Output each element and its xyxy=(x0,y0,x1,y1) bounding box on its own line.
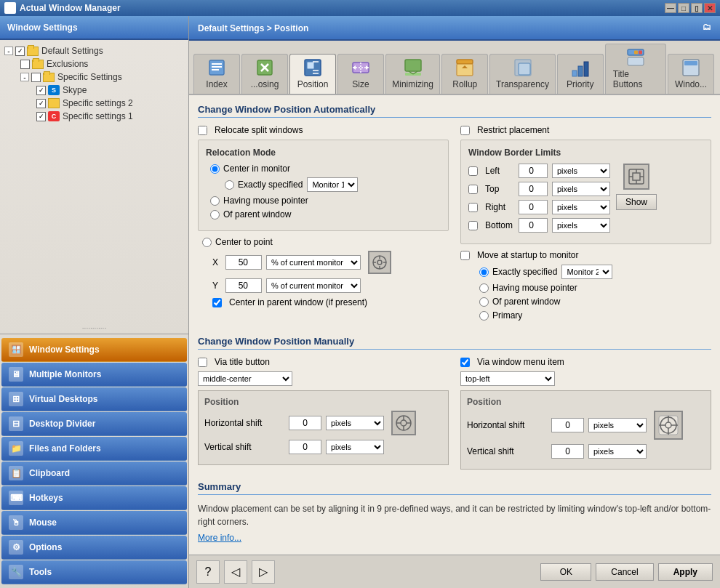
right-unit[interactable]: pixels xyxy=(552,200,610,214)
nav-window-settings[interactable]: 🪟 Window Settings xyxy=(1,338,187,362)
tree-item-skype[interactable]: ✓ S Skype xyxy=(36,84,184,97)
tab-windo[interactable]: Windo... xyxy=(668,54,714,94)
minimize-btn[interactable]: — xyxy=(665,3,676,13)
menu-h-input[interactable] xyxy=(551,418,584,432)
title-h-unit[interactable]: pixels xyxy=(326,416,384,430)
menu-v-input[interactable] xyxy=(551,444,584,459)
tree-expand-default[interactable]: - xyxy=(4,47,13,55)
menu-crosshair-large[interactable] xyxy=(654,411,683,440)
tree-item-specific1[interactable]: ✓ C Specific settings 1 xyxy=(36,110,184,123)
nav-multiple-monitors[interactable]: 🖥 Multiple Monitors xyxy=(1,363,187,387)
x-input[interactable] xyxy=(225,255,262,270)
chk-default[interactable]: ✓ xyxy=(15,47,25,56)
center-parent-checkbox[interactable] xyxy=(212,298,222,307)
nav-files-and-folders[interactable]: 📁 Files and Folders xyxy=(1,437,187,461)
radio-startup-parent[interactable]: Of parent window xyxy=(475,297,711,307)
radio-exactly-input[interactable] xyxy=(225,180,234,190)
y-unit-select[interactable]: % of current monitor xyxy=(266,278,361,293)
chk-skype[interactable]: ✓ xyxy=(36,86,46,95)
radio-exactly-specified[interactable]: Exactly specified Monitor 1 xyxy=(220,177,441,192)
tree-item-specific-settings[interactable]: - Specific Settings xyxy=(20,71,184,84)
menu-dropdown[interactable]: top-left xyxy=(460,371,555,386)
nav-hotkeys[interactable]: ⌨ Hotkeys xyxy=(1,486,187,510)
radio-startup-parent-input[interactable] xyxy=(479,297,489,307)
menu-v-unit[interactable]: pixels xyxy=(588,444,647,459)
move-startup-checkbox[interactable] xyxy=(460,251,470,260)
radio-center-point-input[interactable] xyxy=(202,238,212,247)
title-crosshair-btn[interactable] xyxy=(391,411,416,435)
radio-startup-exactly[interactable]: Exactly specified Monitor 2 xyxy=(475,265,711,279)
startup-monitor-select[interactable]: Monitor 2 xyxy=(561,265,612,279)
radio-center-monitor-input[interactable] xyxy=(210,164,220,174)
nav-mouse[interactable]: 🖱 Mouse xyxy=(1,511,187,535)
nav-virtual-desktops[interactable]: ⊞ Virtual Desktops xyxy=(1,387,187,411)
tree-expand-specific[interactable]: - xyxy=(20,73,29,81)
apply-button[interactable]: Apply xyxy=(658,563,713,581)
tab-rollup[interactable]: Rollup xyxy=(441,54,488,94)
title-v-input[interactable] xyxy=(289,440,321,454)
more-info-link[interactable]: More info... xyxy=(198,533,241,543)
via-title-checkbox[interactable] xyxy=(198,358,207,367)
y-input[interactable] xyxy=(225,278,262,293)
close-btn[interactable]: ✕ xyxy=(704,3,716,13)
radio-startup-primary[interactable]: Primary xyxy=(475,310,711,321)
radio-mouse-input[interactable] xyxy=(210,196,220,206)
show-button[interactable]: Show xyxy=(616,194,657,210)
menu-h-unit[interactable]: pixels xyxy=(588,418,647,432)
crosshair-btn[interactable] xyxy=(368,251,391,274)
restore-btn[interactable]: ▯ xyxy=(691,3,703,13)
radio-center-monitor[interactable]: Center in monitor xyxy=(206,164,441,174)
left-checkbox[interactable] xyxy=(468,166,478,176)
x-unit-select[interactable]: % of current monitor xyxy=(266,255,361,270)
tab-position[interactable]: Position xyxy=(289,54,336,94)
radio-startup-exactly-input[interactable] xyxy=(479,267,489,277)
nav-desktop-divider[interactable]: ⊟ Desktop Divider xyxy=(1,412,187,436)
tree-item-exclusions[interactable]: Exclusions xyxy=(20,57,184,71)
tree-item-specific2[interactable]: ✓ Specific settings 2 xyxy=(36,97,184,110)
content-action-icon[interactable]: 🗂 xyxy=(703,22,711,32)
relocate-split-checkbox[interactable] xyxy=(198,126,207,135)
position-dropdown[interactable]: middle-center xyxy=(198,371,292,386)
border-crosshair-btn[interactable] xyxy=(623,164,649,190)
bottom-checkbox[interactable] xyxy=(468,221,478,230)
help-btn[interactable]: ? xyxy=(196,560,220,584)
radio-parent-input[interactable] xyxy=(210,210,220,220)
radio-startup-primary-input[interactable] xyxy=(479,311,489,321)
tab-closing[interactable]: ...osing xyxy=(241,54,288,94)
radio-mouse-pointer[interactable]: Having mouse pointer xyxy=(206,196,441,206)
cancel-button[interactable]: Cancel xyxy=(596,563,653,581)
nav-options[interactable]: ⚙ Options xyxy=(1,536,187,560)
monitor-select[interactable]: Monitor 1 xyxy=(307,177,358,192)
right-input[interactable] xyxy=(519,200,548,214)
bottom-input[interactable] xyxy=(519,218,548,233)
back-btn[interactable]: ◁ xyxy=(224,560,247,584)
nav-tools[interactable]: 🔧 Tools xyxy=(1,560,187,584)
top-input[interactable] xyxy=(519,182,548,196)
via-menu-checkbox[interactable] xyxy=(460,358,470,367)
tab-minimizing[interactable]: Minimizing xyxy=(385,54,440,94)
radio-startup-mouse-input[interactable] xyxy=(479,283,489,293)
tab-transparency[interactable]: Transparency xyxy=(489,54,556,94)
radio-startup-mouse[interactable]: Having mouse pointer xyxy=(475,283,711,293)
chk-specific2[interactable]: ✓ xyxy=(36,99,46,108)
forward-btn[interactable]: ▷ xyxy=(252,560,275,584)
tab-index[interactable]: Index xyxy=(193,54,240,94)
radio-center-point[interactable]: Center to point xyxy=(198,237,449,247)
chk-exclusions[interactable] xyxy=(20,60,30,69)
nav-clipboard[interactable]: 📋 Clipboard xyxy=(1,462,187,486)
chk-specific[interactable] xyxy=(31,73,41,82)
tab-title-buttons[interactable]: Title Buttons xyxy=(605,44,666,94)
title-h-input[interactable] xyxy=(289,416,321,430)
left-unit[interactable]: pixels xyxy=(552,164,610,178)
tab-size[interactable]: Size xyxy=(337,54,384,94)
top-checkbox[interactable] xyxy=(468,185,478,194)
bottom-unit[interactable]: pixels xyxy=(552,218,610,233)
maximize-btn[interactable]: □ xyxy=(678,3,689,13)
tree-item-default-settings[interactable]: - ✓ Default Settings xyxy=(4,44,184,57)
chk-specific1[interactable]: ✓ xyxy=(36,112,46,121)
drag-handle[interactable]: ············ xyxy=(0,323,188,334)
top-unit[interactable]: pixels xyxy=(552,182,610,196)
ok-button[interactable]: OK xyxy=(540,563,591,581)
restrict-placement-checkbox[interactable] xyxy=(460,126,470,135)
right-checkbox[interactable] xyxy=(468,203,478,212)
